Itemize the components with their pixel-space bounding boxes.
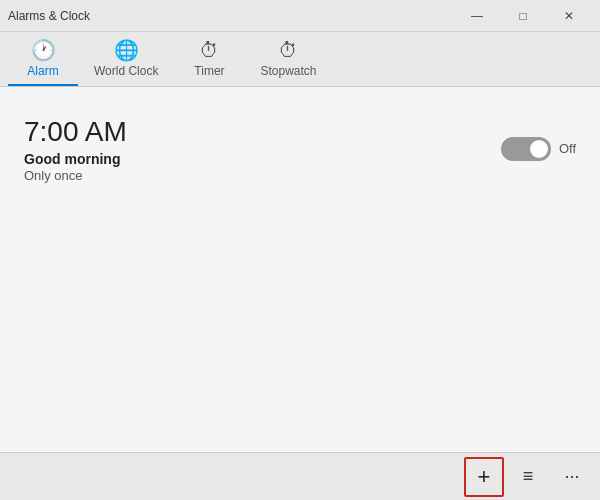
tab-timer[interactable]: ⏱ Timer bbox=[174, 32, 244, 86]
stopwatch-tab-label: Stopwatch bbox=[260, 64, 316, 78]
tab-stopwatch[interactable]: ⏱ Stopwatch bbox=[244, 32, 332, 86]
tab-alarm[interactable]: 🕐 Alarm bbox=[8, 32, 78, 86]
add-alarm-button[interactable]: + bbox=[464, 457, 504, 497]
alarm-tab-label: Alarm bbox=[27, 64, 58, 78]
toggle-knob bbox=[530, 140, 548, 158]
alarm-repeat: Only once bbox=[24, 168, 127, 183]
title-bar: Alarms & Clock — □ ✕ bbox=[0, 0, 600, 32]
alarm-time: 7:00 AM bbox=[24, 115, 127, 149]
tab-bar: 🕐 Alarm 🌐 World Clock ⏱ Timer ⏱ Stopwatc… bbox=[0, 32, 600, 87]
close-button[interactable]: ✕ bbox=[546, 0, 592, 32]
worldclock-tab-label: World Clock bbox=[94, 64, 158, 78]
worldclock-tab-icon: 🌐 bbox=[114, 40, 139, 60]
alarm-info: 7:00 AM Good morning Only once bbox=[24, 115, 127, 183]
alarm-entry: 7:00 AM Good morning Only once Off bbox=[24, 107, 576, 191]
stopwatch-tab-icon: ⏱ bbox=[278, 40, 298, 60]
more-button[interactable]: ··· bbox=[552, 457, 592, 497]
app-title: Alarms & Clock bbox=[8, 9, 90, 23]
maximize-button[interactable]: □ bbox=[500, 0, 546, 32]
alarm-toggle[interactable] bbox=[501, 137, 551, 161]
timer-tab-label: Timer bbox=[194, 64, 224, 78]
toggle-label: Off bbox=[559, 141, 576, 156]
edit-button[interactable]: ≡ bbox=[508, 457, 548, 497]
minimize-button[interactable]: — bbox=[454, 0, 500, 32]
bottom-bar: + ≡ ··· bbox=[0, 452, 600, 500]
window-controls: — □ ✕ bbox=[454, 0, 592, 32]
alarm-tab-icon: 🕐 bbox=[31, 40, 56, 60]
tab-worldclock[interactable]: 🌐 World Clock bbox=[78, 32, 174, 86]
alarm-toggle-area: Off bbox=[501, 137, 576, 161]
alarm-name: Good morning bbox=[24, 151, 127, 167]
timer-tab-icon: ⏱ bbox=[199, 40, 219, 60]
main-content: 7:00 AM Good morning Only once Off bbox=[0, 87, 600, 452]
